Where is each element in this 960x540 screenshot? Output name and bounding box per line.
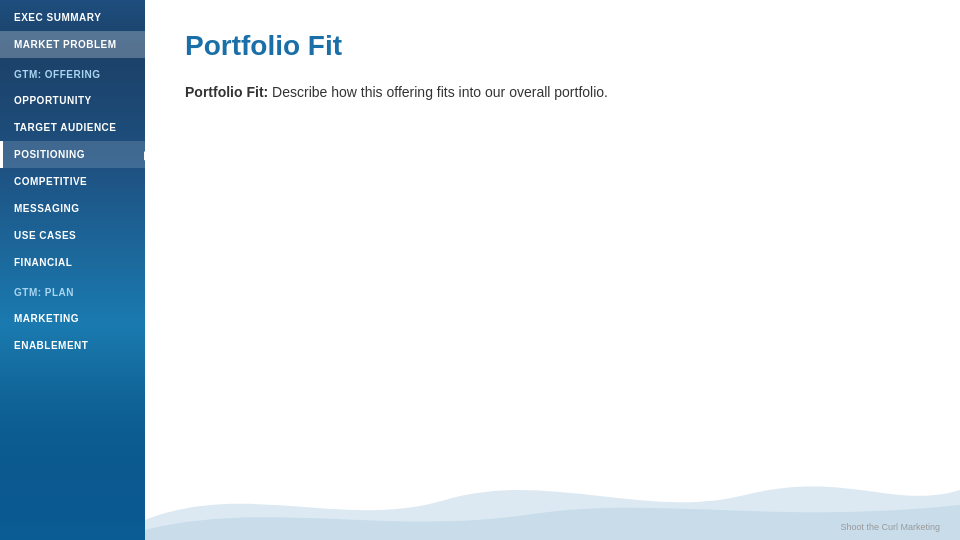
content-description: Describe how this offering fits into our…: [268, 84, 608, 100]
sidebar-item-target-audience[interactable]: TARGET AUDIENCE: [0, 114, 145, 141]
sidebar-item-marketing-label: MARKETING: [0, 305, 145, 332]
main-wave-decoration: [145, 460, 960, 540]
sidebar-item-financial[interactable]: FINANCIAL: [0, 249, 145, 276]
sidebar-item-competitive-label: COMPETITIVE: [0, 168, 145, 195]
sidebar-item-gtm-plan[interactable]: GTM: PLAN: [0, 280, 145, 305]
sidebar: EXEC SUMMARY MARKET PROBLEM GTM: OFFERIN…: [0, 0, 145, 540]
sidebar-navigation: EXEC SUMMARY MARKET PROBLEM GTM: OFFERIN…: [0, 0, 145, 359]
sidebar-item-opportunity[interactable]: OPPORTUNITY: [0, 87, 145, 114]
content-body: Portfolio Fit: Describe how this offerin…: [185, 82, 920, 103]
content-label: Portfolio Fit:: [185, 84, 268, 100]
sidebar-item-competitive[interactable]: COMPETITIVE: [0, 168, 145, 195]
sidebar-item-gtm-plan-label: GTM: PLAN: [0, 280, 145, 305]
sidebar-item-messaging[interactable]: MESSAGING: [0, 195, 145, 222]
sidebar-item-messaging-label: MESSAGING: [0, 195, 145, 222]
sidebar-item-exec-summary-label: EXEC SUMMARY: [0, 4, 145, 31]
sidebar-item-financial-label: FINANCIAL: [0, 249, 145, 276]
sidebar-item-gtm-offering[interactable]: GTM: OFFERING: [0, 62, 145, 87]
sidebar-item-market-problem-label: MARKET PROBLEM: [0, 31, 145, 58]
sidebar-item-target-audience-label: TARGET AUDIENCE: [0, 114, 145, 141]
sidebar-item-market-problem[interactable]: MARKET PROBLEM: [0, 31, 145, 58]
sidebar-item-gtm-offering-label: GTM: OFFERING: [0, 62, 145, 87]
sidebar-item-opportunity-label: OPPORTUNITY: [0, 87, 145, 114]
sidebar-wave-overlay: [0, 360, 145, 540]
sidebar-item-use-cases-label: USE CASES: [0, 222, 145, 249]
sidebar-item-use-cases[interactable]: USE CASES: [0, 222, 145, 249]
sidebar-item-exec-summary[interactable]: EXEC SUMMARY: [0, 4, 145, 31]
page-wrapper: EXEC SUMMARY MARKET PROBLEM GTM: OFFERIN…: [0, 0, 960, 540]
page-footer: Shoot the Curl Marketing: [840, 522, 940, 532]
main-content: Portfolio Fit Portfolio Fit: Describe ho…: [145, 0, 960, 540]
page-title: Portfolio Fit: [185, 30, 920, 62]
sidebar-item-positioning-label: POSITIONING: [0, 141, 145, 168]
footer-text: Shoot the Curl Marketing: [840, 522, 940, 532]
sidebar-item-enablement-label: ENABLEMENT: [0, 332, 145, 359]
sidebar-item-enablement[interactable]: ENABLEMENT: [0, 332, 145, 359]
sidebar-item-marketing[interactable]: MARKETING: [0, 305, 145, 332]
sidebar-item-positioning[interactable]: POSITIONING: [0, 141, 145, 168]
